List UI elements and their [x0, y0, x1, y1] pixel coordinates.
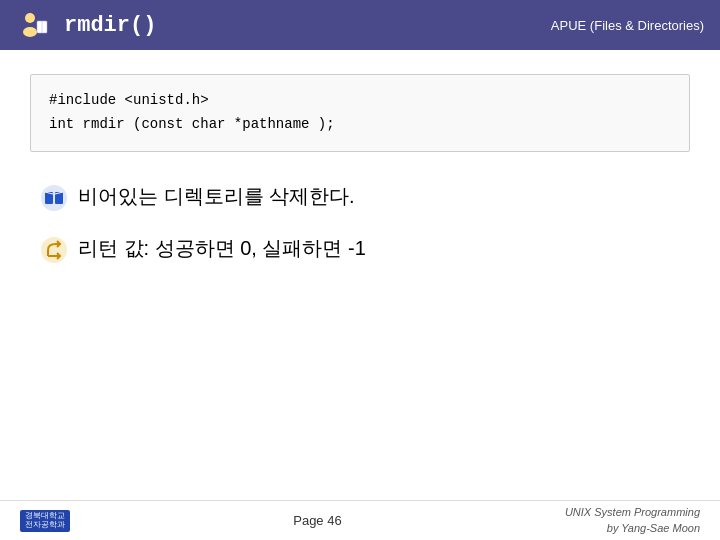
bullet-text-1: 비어있는 디렉토리를 삭제한다. — [78, 182, 355, 210]
header-logo-icon — [16, 7, 52, 43]
bullet-item-1: 비어있는 디렉토리를 삭제한다. — [40, 182, 680, 212]
bullet-item-2: 리턴 값: 성공하면 0, 실패하면 -1 — [40, 234, 680, 264]
svg-point-5 — [41, 185, 67, 211]
bullet-text-2: 리턴 값: 성공하면 0, 실패하면 -1 — [78, 234, 366, 262]
svg-point-2 — [23, 27, 37, 37]
page-title: rmdir() — [64, 13, 156, 38]
code-line-1: #include <unistd.h> — [49, 89, 671, 113]
header-subtitle: APUE (Files & Directories) — [551, 18, 704, 33]
content-area: 비어있는 디렉토리를 삭제한다. 리턴 값: 성공하면 0, 실패하면 -1 — [0, 172, 720, 296]
footer-credit: UNIX System Programming by Yang-Sae Moon — [565, 505, 700, 536]
footer: 경북대학교전자공학과 Page 46 UNIX System Programmi… — [0, 500, 720, 540]
footer-page-number: Page 46 — [70, 513, 565, 528]
header: rmdir() APUE (Files & Directories) — [0, 0, 720, 50]
svg-point-1 — [25, 13, 35, 23]
return-icon — [40, 236, 68, 264]
book-icon — [40, 184, 68, 212]
footer-logo: 경북대학교전자공학과 — [20, 510, 70, 532]
svg-point-10 — [41, 237, 67, 263]
code-line-2: int rmdir (const char *pathname ); — [49, 113, 671, 137]
footer-logo-text: 경북대학교전자공학과 — [25, 512, 65, 530]
code-block: #include <unistd.h> int rmdir (const cha… — [30, 74, 690, 152]
